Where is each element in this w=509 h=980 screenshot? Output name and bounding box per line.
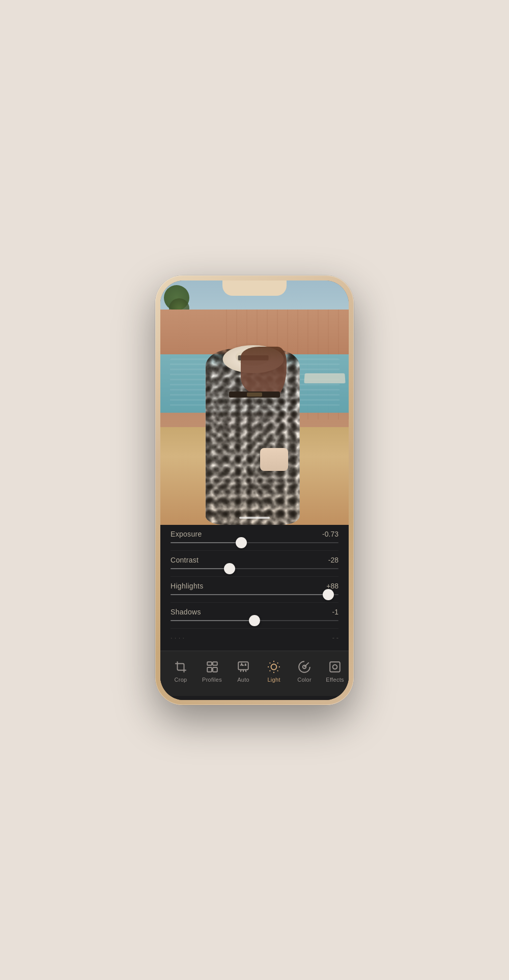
highlights-header: Highlights +88 [171,582,338,590]
shadows-track[interactable] [171,620,338,621]
profiles-label: Profiles [202,677,222,683]
shadows-thumb[interactable] [249,615,260,626]
photo-area[interactable] [160,281,349,525]
highlights-fill [171,594,328,595]
highlights-thumb[interactable] [323,589,334,600]
contrast-row: Contrast -28 [171,551,338,577]
svg-rect-1 [213,662,217,665]
whites-row-partial: · · · · - - [171,629,338,651]
highlights-track[interactable] [171,594,338,595]
shadows-fill [171,620,254,621]
effects-icon [328,660,342,674]
phone-frame: Exposure -0.73 Contrast -28 [155,275,354,705]
profiles-icon [206,660,219,674]
edit-panel: Exposure -0.73 Contrast -28 [160,525,349,700]
belt [229,391,280,398]
sliders-section: Exposure -0.73 Contrast -28 [160,525,349,651]
whites-value: - - [332,634,338,641]
effects-label: Effects [326,677,344,683]
bag [260,448,288,471]
exposure-thumb[interactable] [236,537,247,548]
svg-line-13 [270,670,271,671]
light-icon [267,660,280,674]
exposure-row: Exposure -0.73 [171,525,338,551]
exposure-fill [171,542,241,543]
svg-line-14 [277,662,278,663]
toolbar-item-crop[interactable]: Crop [165,657,196,686]
light-label: Light [267,677,280,683]
shadows-label: Shadows [171,608,201,616]
toolbar-item-profiles[interactable]: Profiles [196,657,228,686]
svg-rect-4 [238,662,248,669]
crop-label: Crop [174,677,187,683]
svg-point-17 [333,664,337,669]
svg-rect-3 [213,667,217,672]
contrast-track[interactable] [171,568,338,569]
svg-line-10 [277,670,278,671]
contrast-value: -28 [328,556,338,564]
toolbar-item-light[interactable]: Light [259,657,289,686]
whites-label: · · · · [171,634,184,641]
contrast-label: Contrast [171,556,199,564]
notch [222,281,287,296]
svg-point-6 [271,664,277,669]
whites-header: · · · · - - [171,634,338,641]
auto-icon [237,660,250,674]
hair [241,347,287,398]
toolbar-scroll-container[interactable]: Crop Profiles [160,655,349,686]
color-icon [298,660,311,674]
photo-scene [160,281,349,525]
bottom-toolbar: Crop Profiles [160,651,349,696]
exposure-track[interactable] [171,542,338,543]
drag-handle[interactable] [239,517,270,519]
exposure-header: Exposure -0.73 [171,530,338,538]
lounge-chairs [304,373,345,383]
phone-screen: Exposure -0.73 Contrast -28 [160,281,349,700]
toolbar-item-color[interactable]: Color [289,657,320,686]
svg-rect-0 [207,662,212,665]
exposure-value: -0.73 [322,530,338,538]
contrast-thumb[interactable] [224,563,235,574]
contrast-header: Contrast -28 [171,556,338,564]
color-label: Color [297,677,312,683]
svg-line-9 [270,662,271,663]
home-indicator [160,696,349,700]
highlights-row: Highlights +88 [171,577,338,603]
svg-rect-16 [330,662,340,672]
contrast-fill [171,568,230,569]
highlights-label: Highlights [171,582,203,590]
exposure-label: Exposure [171,530,202,538]
svg-rect-2 [207,667,212,672]
toolbar-item-auto[interactable]: Auto [228,657,259,686]
shadows-row: Shadows -1 [171,603,338,629]
shadows-value: -1 [332,608,338,616]
crop-icon [174,660,187,674]
toolbar-item-effects[interactable]: Effects [320,657,349,686]
auto-label: Auto [237,677,249,683]
